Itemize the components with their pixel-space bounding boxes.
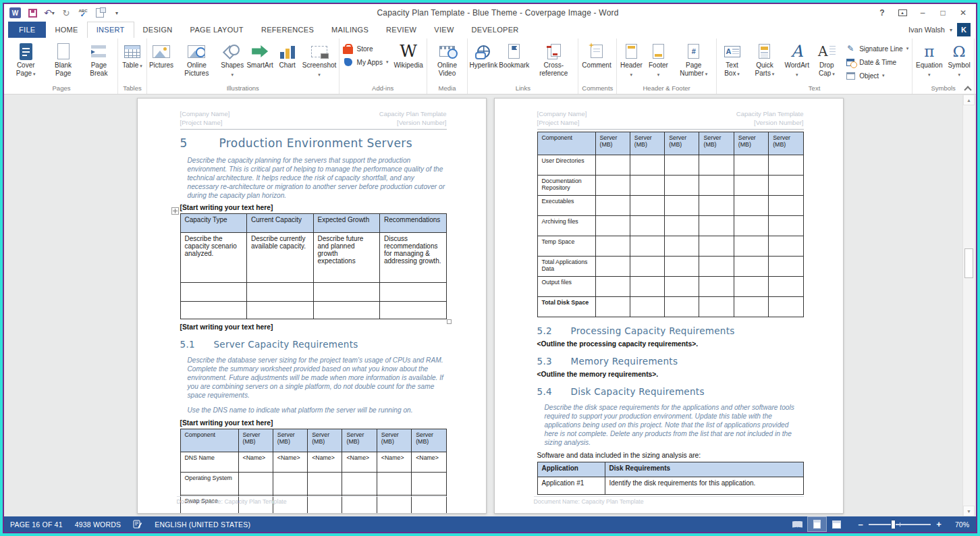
column-header[interactable]: Recommendations — [380, 214, 447, 233]
text-box-button[interactable]: AText Box — [717, 39, 746, 84]
zoom-percentage[interactable]: 70% — [945, 520, 969, 529]
text-placeholder[interactable]: <Outline the memory requirements>. — [537, 371, 804, 378]
tab-insert[interactable]: INSERT — [87, 22, 134, 38]
column-header[interactable]: Server (MB) — [595, 132, 630, 155]
table-cell[interactable] — [630, 257, 664, 277]
column-header[interactable]: Current Capacity — [247, 214, 314, 233]
word-count[interactable]: 4938 WORDS — [69, 516, 128, 532]
drop-cap-button[interactable]: ADrop Cap — [811, 39, 842, 84]
table-cell[interactable] — [769, 257, 803, 277]
text-placeholder[interactable]: <Outline the processing capacity require… — [537, 340, 804, 348]
page-number-button[interactable]: #Page Number — [672, 39, 715, 84]
tab-page-layout[interactable]: PAGE LAYOUT — [182, 22, 252, 38]
table-cell[interactable]: Total Disk Space — [537, 297, 595, 317]
table-cell[interactable]: Application #1 — [537, 477, 605, 495]
table-cell[interactable] — [595, 176, 630, 196]
column-header[interactable]: Component — [537, 132, 595, 155]
column-header[interactable]: Server (MB) — [342, 429, 377, 452]
collapse-ribbon-button[interactable] — [964, 85, 971, 91]
table-cell[interactable]: DNS Name — [180, 452, 238, 472]
guidance-paragraph[interactable]: Describe the capacity planning for the s… — [188, 156, 447, 200]
column-header[interactable]: Component — [180, 429, 238, 452]
table-cell[interactable] — [665, 257, 699, 277]
table-cell[interactable] — [595, 196, 630, 216]
zoom-slider-thumb[interactable] — [891, 520, 896, 529]
text-placeholder[interactable]: [Start writing your text here] — [180, 419, 447, 427]
tab-home[interactable]: HOME — [46, 22, 86, 38]
table-cell[interactable] — [342, 472, 377, 495]
column-header[interactable]: Capacity Type — [180, 214, 247, 233]
table-cell[interactable] — [180, 302, 247, 319]
table-cell[interactable] — [247, 283, 314, 302]
object-button[interactable]: Object — [845, 70, 908, 82]
column-header[interactable]: Server (MB) — [734, 132, 768, 155]
table-button[interactable]: Table — [119, 39, 146, 84]
table-cell[interactable]: Temp Space — [537, 236, 595, 257]
table-resize-handle[interactable] — [447, 319, 452, 324]
scroll-up-button[interactable]: ▲ — [963, 95, 975, 105]
table-cell[interactable] — [630, 236, 664, 257]
table-cell[interactable] — [699, 236, 734, 257]
table-cell[interactable] — [412, 472, 446, 495]
spelling-grammar-button[interactable]: ABC✓ — [78, 7, 88, 19]
table-cell[interactable] — [595, 216, 630, 236]
column-header[interactable]: Server (MB) — [238, 429, 273, 452]
zoom-out-button[interactable]: – — [854, 519, 867, 529]
table-cell[interactable] — [313, 283, 380, 302]
column-header[interactable]: Server (MB) — [769, 132, 803, 155]
text-placeholder[interactable]: [Start writing your text here] — [180, 323, 447, 331]
column-header[interactable]: Expected Growth — [313, 214, 380, 233]
equation-button[interactable]: πEquation — [913, 39, 945, 84]
date-time-button[interactable]: Date & Time — [845, 56, 908, 68]
page-break-button[interactable]: Page Break — [81, 39, 117, 84]
heading-section-5-2[interactable]: 5.2 Processing Capacity Requirements — [537, 325, 804, 336]
table-cell[interactable] — [699, 297, 734, 317]
document-page-left[interactable]: [Company Name] [Project Name] Capacity P… — [137, 98, 487, 514]
table-cell[interactable]: Describe future and planned growth expec… — [313, 233, 380, 283]
bookmark-button[interactable]: Bookmark — [498, 39, 530, 84]
table-cell[interactable] — [595, 155, 630, 176]
table-cell[interactable] — [769, 277, 803, 297]
table-cell[interactable] — [699, 216, 734, 236]
table-cell[interactable] — [308, 472, 342, 495]
table-cell[interactable] — [238, 472, 273, 495]
table-cell[interactable] — [380, 302, 447, 319]
zoom-in-button[interactable]: + — [933, 519, 945, 529]
table-cell[interactable] — [734, 277, 768, 297]
table-cell[interactable] — [734, 236, 768, 257]
table-cell[interactable]: Archiving files — [537, 216, 595, 236]
table-cell[interactable]: Describe the capacity scenario analyzed. — [180, 233, 247, 283]
shapes-button[interactable]: Shapes — [219, 39, 246, 84]
tab-review[interactable]: REVIEW — [377, 22, 425, 38]
maximize-button[interactable]: □ — [934, 6, 952, 20]
undo-button[interactable]: ↶▾ — [44, 7, 55, 19]
table-cell[interactable] — [665, 155, 699, 176]
table-cell[interactable]: Output files — [537, 277, 595, 297]
table-cell[interactable]: User Directories — [537, 155, 595, 176]
tab-design[interactable]: DESIGN — [134, 22, 182, 38]
table-cell[interactable] — [665, 277, 699, 297]
table-cell[interactable] — [377, 472, 411, 495]
wordart-button[interactable]: AWordArt — [783, 39, 811, 84]
table-cell[interactable] — [734, 176, 768, 196]
tab-view[interactable]: VIEW — [425, 22, 462, 38]
table-cell[interactable]: <Name> — [412, 452, 446, 472]
table-cell[interactable] — [630, 176, 664, 196]
tab-references[interactable]: REFERENCES — [252, 22, 323, 38]
table-cell[interactable] — [699, 196, 734, 216]
header-button[interactable]: Header — [618, 39, 645, 84]
table-cell[interactable] — [734, 297, 768, 317]
ribbon-display-options-button[interactable]: ▴ — [894, 6, 911, 20]
column-header[interactable]: Server (MB) — [699, 132, 734, 155]
account-name[interactable]: Ivan Walsh — [908, 26, 945, 34]
table-cell[interactable] — [247, 302, 314, 319]
table-cell[interactable] — [595, 277, 630, 297]
table-cell[interactable] — [769, 196, 803, 216]
online-pictures-button[interactable]: Online Pictures — [175, 39, 219, 84]
application-disk-table[interactable]: ApplicationDisk RequirementsApplication … — [537, 462, 804, 495]
redo-button[interactable]: ↻ — [61, 7, 72, 19]
table-cell[interactable] — [630, 297, 664, 317]
table-cell[interactable] — [180, 283, 247, 302]
web-layout-button[interactable] — [827, 516, 846, 532]
document-page-right[interactable]: [Company Name] [Project Name] Capacity P… — [494, 98, 844, 514]
